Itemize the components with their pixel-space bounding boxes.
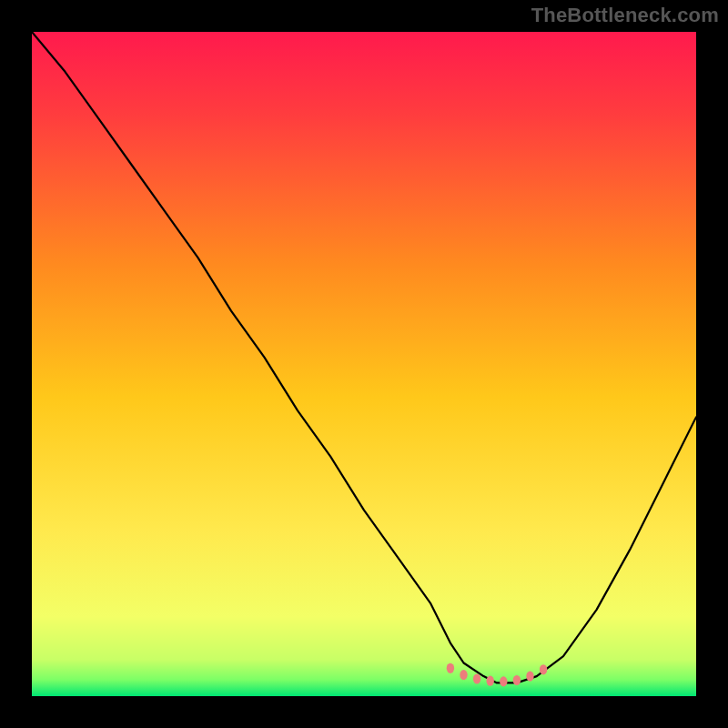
svg-point-4	[500, 676, 507, 686]
plot-area	[32, 32, 696, 696]
svg-point-6	[526, 672, 533, 682]
svg-point-7	[540, 664, 547, 674]
svg-point-2	[473, 673, 480, 683]
svg-point-1	[460, 670, 467, 680]
bottleneck-plot	[32, 32, 696, 696]
svg-point-5	[513, 675, 521, 685]
watermark-text: TheBottleneck.com	[531, 4, 719, 27]
plot-background	[32, 32, 696, 696]
chart-frame: TheBottleneck.com	[0, 0, 728, 728]
svg-point-0	[447, 663, 454, 673]
svg-point-3	[487, 676, 494, 686]
